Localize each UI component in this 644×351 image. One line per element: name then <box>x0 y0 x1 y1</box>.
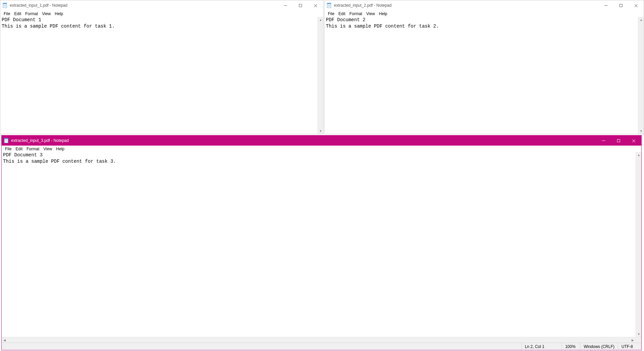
maximize-button[interactable] <box>293 0 308 10</box>
menu-file[interactable]: File <box>326 11 336 16</box>
notepad-window-2[interactable]: extracted_input_2.pdf - Notepad File Edi… <box>324 0 644 134</box>
close-icon <box>632 139 636 143</box>
menu-help[interactable]: Help <box>54 146 67 152</box>
close-icon <box>314 4 317 7</box>
close-button[interactable] <box>308 0 323 10</box>
scroll-left-icon[interactable]: ◀ <box>2 337 7 343</box>
menu-file[interactable]: File <box>2 11 12 16</box>
menu-format[interactable]: Format <box>25 146 41 152</box>
window-controls <box>278 0 323 10</box>
scroll-down-icon[interactable]: ▼ <box>318 128 324 134</box>
editor-area: PDF Document 3 This is a sample PDF cont… <box>2 152 641 337</box>
text-line-2: This is a sample PDF content for task 3. <box>3 159 116 164</box>
svg-rect-6 <box>327 3 331 4</box>
scrollbar-corner <box>636 337 641 343</box>
scroll-up-icon[interactable]: ▲ <box>638 17 644 23</box>
notepad-icon <box>4 138 9 143</box>
minimize-button[interactable] <box>598 0 613 10</box>
scroll-track[interactable] <box>318 23 323 128</box>
titlebar[interactable]: extracted_input_1.pdf - Notepad <box>0 0 323 10</box>
menu-file[interactable]: File <box>3 146 13 152</box>
maximize-button[interactable] <box>613 0 629 10</box>
text-line-2: This is a sample PDF content for task 1. <box>2 24 115 29</box>
menubar: File Edit Format View Help <box>2 146 641 152</box>
scroll-right-icon[interactable]: ▶ <box>630 337 636 343</box>
scroll-track[interactable] <box>7 337 630 343</box>
menu-view[interactable]: View <box>40 11 53 16</box>
menubar: File Edit Format View Help <box>0 10 323 17</box>
text-line-1: PDF Document 3 <box>3 152 43 158</box>
vertical-scrollbar[interactable]: ▲ ▼ <box>638 17 644 134</box>
statusbar: Ln 2, Col 1 100% Windows (CRLF) UTF-8 <box>2 343 641 350</box>
menu-edit[interactable]: Edit <box>12 11 23 16</box>
notepad-icon <box>2 3 8 8</box>
notepad-window-3[interactable]: extracted_input_3.pdf - Notepad File Edi… <box>1 135 642 350</box>
window-title: extracted_input_1.pdf - Notepad <box>10 3 278 8</box>
menu-help[interactable]: Help <box>377 11 389 16</box>
notepad-icon <box>327 3 332 8</box>
window-title: extracted_input_3.pdf - Notepad <box>11 138 596 143</box>
menu-view[interactable]: View <box>364 11 377 16</box>
text-content[interactable]: PDF Document 2 This is a sample PDF cont… <box>325 17 638 134</box>
text-line-2: This is a sample PDF content for task 2. <box>326 24 439 29</box>
maximize-button[interactable] <box>611 135 626 146</box>
scroll-down-icon[interactable]: ▼ <box>638 128 644 134</box>
status-position: Ln 2, Col 1 <box>521 343 562 350</box>
notepad-window-1[interactable]: extracted_input_1.pdf - Notepad File Edi… <box>0 0 324 134</box>
menu-edit[interactable]: Edit <box>13 146 25 152</box>
editor-area: PDF Document 2 This is a sample PDF cont… <box>325 17 644 134</box>
window-title: extracted_input_2.pdf - Notepad <box>334 3 598 8</box>
svg-rect-11 <box>4 138 8 139</box>
menu-edit[interactable]: Edit <box>336 11 347 16</box>
menubar: File Edit Format View Help <box>325 10 644 17</box>
svg-rect-1 <box>3 3 7 4</box>
minimize-icon <box>284 5 287 6</box>
status-line-ending: Windows (CRLF) <box>580 343 618 350</box>
window-controls <box>598 0 644 10</box>
close-icon <box>634 4 638 7</box>
minimize-button[interactable] <box>278 0 293 10</box>
text-line-1: PDF Document 2 <box>326 17 366 23</box>
vertical-scrollbar[interactable]: ▲ ▼ <box>636 152 641 337</box>
menu-view[interactable]: View <box>41 146 54 152</box>
maximize-icon <box>617 139 620 142</box>
maximize-icon <box>619 4 622 7</box>
minimize-button[interactable] <box>596 135 611 146</box>
scroll-track[interactable] <box>638 23 644 128</box>
titlebar[interactable]: extracted_input_2.pdf - Notepad <box>325 0 644 10</box>
minimize-icon <box>602 141 605 141</box>
horizontal-scrollbar[interactable]: ◀ ▶ <box>2 337 641 343</box>
editor-area: PDF Document 1 This is a sample PDF cont… <box>0 17 323 134</box>
menu-help[interactable]: Help <box>53 11 65 16</box>
scroll-up-icon[interactable]: ▲ <box>636 152 642 158</box>
vertical-scrollbar[interactable]: ▲ ▼ <box>317 17 323 134</box>
menu-format[interactable]: Format <box>347 11 364 16</box>
text-content[interactable]: PDF Document 3 This is a sample PDF cont… <box>2 152 636 337</box>
status-zoom: 100% <box>562 343 580 350</box>
close-button[interactable] <box>629 0 644 10</box>
scroll-track[interactable] <box>636 158 641 331</box>
maximize-icon <box>299 4 302 7</box>
scroll-down-icon[interactable]: ▼ <box>636 331 642 337</box>
menu-format[interactable]: Format <box>23 11 40 16</box>
minimize-icon <box>604 5 608 6</box>
close-button[interactable] <box>626 135 641 146</box>
scroll-up-icon[interactable]: ▲ <box>318 17 324 23</box>
window-controls <box>596 135 641 146</box>
status-encoding: UTF-8 <box>618 343 641 350</box>
titlebar[interactable]: extracted_input_3.pdf - Notepad <box>2 135 641 146</box>
text-content[interactable]: PDF Document 1 This is a sample PDF cont… <box>0 17 317 134</box>
text-line-1: PDF Document 1 <box>2 17 41 23</box>
